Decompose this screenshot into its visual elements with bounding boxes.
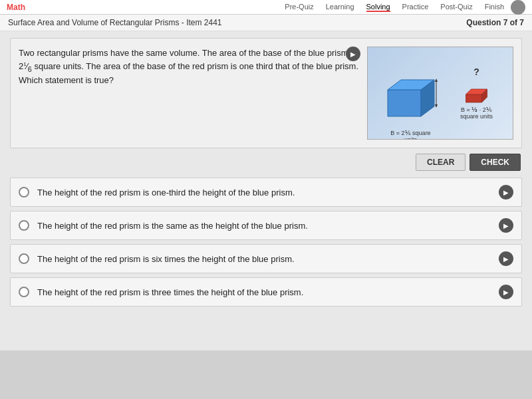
nav-links: Pre-Quiz Learning Solving Practice Post-… [285, 3, 504, 12]
red-prism-label: B = ⅓ · 2⅙ square units [457, 106, 497, 120]
nav-learning[interactable]: Learning [326, 3, 354, 12]
answer-text-b: The height of the red prism is the same … [37, 221, 499, 231]
red-prism-svg [458, 78, 495, 105]
answer-audio-c[interactable]: ▶ [499, 251, 513, 266]
top-navigation: Math Pre-Quiz Learning Solving Practice … [0, 0, 532, 15]
svg-marker-0 [388, 90, 421, 116]
nav-solving[interactable]: Solving [366, 3, 390, 12]
nav-pre-quiz[interactable]: Pre-Quiz [285, 3, 313, 12]
answer-audio-a[interactable]: ▶ [499, 185, 513, 200]
answer-item-b[interactable]: The height of the red prism is the same … [10, 211, 522, 240]
answer-item-c[interactable]: The height of the red prism is six times… [10, 244, 522, 273]
red-prism-image: ? B = ⅓ · 2⅙ square units [457, 66, 497, 120]
answer-text-d: The height of the red prism is three tim… [37, 287, 499, 297]
radio-c[interactable] [19, 253, 29, 264]
check-button[interactable]: CHECK [469, 154, 521, 171]
radio-d[interactable] [19, 287, 29, 297]
answer-text-c: The height of the red prism is six times… [37, 254, 499, 264]
svg-marker-7 [466, 94, 482, 102]
radio-b[interactable] [19, 220, 29, 231]
svg-marker-5 [435, 104, 438, 108]
question-text-area: ▶ Two rectangular prisms have the same v… [19, 47, 360, 140]
user-avatar[interactable] [511, 0, 525, 15]
answer-item-a[interactable]: The height of the red prism is one-third… [10, 178, 522, 207]
question-panel: ▶ Two rectangular prisms have the same v… [10, 38, 522, 148]
nav-post-quiz[interactable]: Post-Quiz [440, 3, 472, 12]
svg-marker-4 [435, 78, 438, 82]
answer-audio-b[interactable]: ▶ [499, 218, 513, 233]
answer-item-d[interactable]: The height of the red prism is three tim… [10, 277, 522, 307]
prism-image-area: h B = 2⅙ square units ? B = ⅓ · 2⅙ squar… [368, 47, 513, 139]
brand-logo: Math [7, 3, 25, 12]
main-content: ▶ Two rectangular prisms have the same v… [0, 31, 532, 350]
radio-a[interactable] [19, 187, 29, 198]
clear-button[interactable]: CLEAR [416, 154, 466, 171]
answer-choices: The height of the red prism is one-third… [10, 178, 522, 307]
question-indicator: Question 7 of 7 [466, 18, 524, 27]
answer-text-a: The height of the red prism is one-third… [37, 188, 499, 198]
action-buttons: CLEAR CHECK [10, 154, 522, 171]
nav-finish[interactable]: Finish [485, 3, 504, 12]
blue-prism-image: h B = 2⅙ square units [384, 73, 438, 113]
question-audio-button[interactable]: ▶ [346, 47, 360, 61]
blue-prism-label: B = 2⅙ square units [384, 130, 438, 140]
breadcrumb-bar: Surface Area and Volume of Rectangular P… [0, 15, 532, 31]
blue-prism-svg: h [384, 73, 438, 126]
nav-practice[interactable]: Practice [402, 3, 429, 12]
question-image: h B = 2⅙ square units ? B = ⅓ · 2⅙ squar… [367, 47, 513, 140]
breadcrumb-text: Surface Area and Volume of Rectangular P… [8, 18, 222, 27]
question-text: Two rectangular prisms have the same vol… [19, 47, 360, 87]
answer-audio-d[interactable]: ▶ [499, 285, 513, 299]
